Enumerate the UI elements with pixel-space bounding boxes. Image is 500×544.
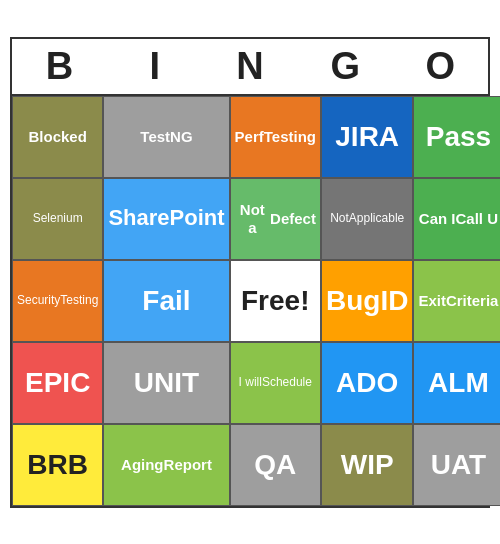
cell-text: Perf (235, 128, 264, 146)
cell-text: EPIC (25, 366, 90, 400)
cell-text: UNIT (134, 366, 199, 400)
bingo-cell: JIRA (321, 96, 413, 178)
bingo-cell: BugID (321, 260, 413, 342)
bingo-grid: BlockedTestNGPerfTestingJIRAPassSelenium… (12, 94, 488, 506)
header-letter: I (107, 39, 202, 94)
header-letter: O (393, 39, 488, 94)
bingo-cell: ADO (321, 342, 413, 424)
bingo-card: BINGO BlockedTestNGPerfTestingJIRAPassSe… (10, 37, 490, 508)
cell-text: WIP (341, 448, 394, 482)
bingo-cell: ExitCriteria (413, 260, 500, 342)
bingo-cell: Selenium (12, 178, 103, 260)
bingo-cell: Not aDefect (230, 178, 321, 260)
cell-text: Point (170, 205, 225, 231)
bingo-cell: Blocked (12, 96, 103, 178)
cell-text: Fail (142, 284, 190, 318)
bingo-cell: TestNG (103, 96, 229, 178)
cell-text: ADO (336, 366, 398, 400)
cell-text: Testing (60, 293, 98, 307)
cell-text: JIRA (335, 120, 399, 154)
bingo-cell: Pass (413, 96, 500, 178)
cell-text: Selenium (33, 211, 83, 225)
bingo-cell: UAT (413, 424, 500, 506)
cell-text: ID (380, 284, 408, 318)
cell-text: I will (239, 375, 262, 389)
bingo-cell: QA (230, 424, 321, 506)
bingo-cell: BRB (12, 424, 103, 506)
cell-text: Can I (419, 210, 456, 228)
cell-text: QA (254, 448, 296, 482)
bingo-cell: Fail (103, 260, 229, 342)
cell-text: Free! (241, 284, 309, 318)
header-letter: B (12, 39, 107, 94)
bingo-cell: SharePoint (103, 178, 229, 260)
cell-text: Pass (426, 120, 491, 154)
bingo-cell: AgingReport (103, 424, 229, 506)
bingo-cell: ALM (413, 342, 500, 424)
cell-text: Report (164, 456, 212, 474)
bingo-cell: UNIT (103, 342, 229, 424)
cell-text: Not (330, 211, 349, 225)
cell-text: Call U (456, 210, 499, 228)
cell-text: Security (17, 293, 60, 307)
bingo-cell: EPIC (12, 342, 103, 424)
bingo-cell: Free! (230, 260, 321, 342)
header-letter: N (202, 39, 297, 94)
cell-text: BRB (27, 448, 88, 482)
bingo-cell: I willSchedule (230, 342, 321, 424)
cell-text: Share (108, 205, 169, 231)
cell-text: Bug (326, 284, 380, 318)
cell-text: Blocked (29, 128, 87, 146)
header-letter: G (298, 39, 393, 94)
cell-text: Aging (121, 456, 164, 474)
bingo-cell: SecurityTesting (12, 260, 103, 342)
bingo-header: BINGO (12, 39, 488, 94)
cell-text: Defect (270, 210, 316, 228)
bingo-cell: Can ICall U (413, 178, 500, 260)
cell-text: TestNG (140, 128, 192, 146)
cell-text: Not a (235, 201, 271, 237)
cell-text: Applicable (349, 211, 404, 225)
cell-text: Testing (264, 128, 316, 146)
cell-text: UAT (431, 448, 486, 482)
cell-text: Criteria (446, 292, 499, 310)
bingo-cell: PerfTesting (230, 96, 321, 178)
bingo-cell: WIP (321, 424, 413, 506)
bingo-cell: NotApplicable (321, 178, 413, 260)
cell-text: Schedule (262, 375, 312, 389)
cell-text: ALM (428, 366, 489, 400)
cell-text: Exit (418, 292, 446, 310)
